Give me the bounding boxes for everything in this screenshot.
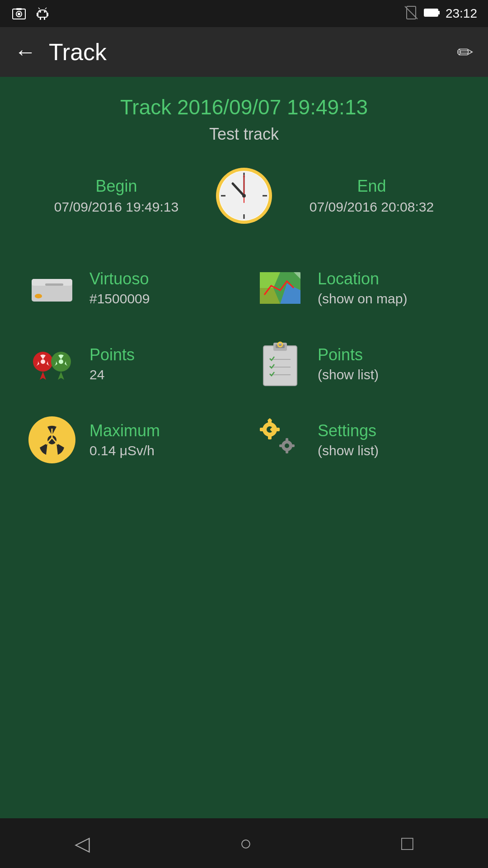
points-count-value: 24 <box>89 367 135 382</box>
svg-rect-10 <box>40 17 41 20</box>
location-text: Location (show on map) <box>318 269 407 307</box>
begin-label: Begin <box>18 177 215 196</box>
svg-rect-31 <box>45 283 63 286</box>
device-cell[interactable]: Virtuoso #1500009 <box>18 252 242 324</box>
bottom-nav: ◁ ○ □ <box>0 818 488 868</box>
svg-rect-64 <box>286 438 288 442</box>
radiation-pins-icon <box>27 339 77 389</box>
drive-icon <box>27 263 77 313</box>
maximum-text: Maximum 0.14 μSv/h <box>89 421 160 458</box>
svg-line-7 <box>45 8 47 9</box>
no-sim-icon <box>404 5 418 22</box>
photo-icon <box>11 5 27 22</box>
toolbar-title: Track <box>49 38 107 66</box>
end-label: End <box>273 177 470 196</box>
end-block: End 07/09/2016 20:08:32 <box>273 177 470 215</box>
location-cell[interactable]: Location (show on map) <box>246 252 470 324</box>
location-label: Location <box>318 269 407 288</box>
svg-rect-8 <box>37 13 38 16</box>
settings-value: (show list) <box>318 443 379 458</box>
settings-text: Settings (show list) <box>318 421 379 458</box>
points-list-text: Points (show list) <box>318 345 379 382</box>
android-icon <box>34 5 51 22</box>
svg-rect-57 <box>268 435 272 439</box>
svg-point-4 <box>39 11 41 13</box>
points-list-value: (show list) <box>318 367 379 382</box>
edit-icon[interactable]: ✏ <box>457 41 474 64</box>
points-list-label: Points <box>318 345 379 364</box>
svg-point-63 <box>285 443 289 448</box>
location-value: (show on map) <box>318 291 407 307</box>
end-value: 07/09/2016 20:08:32 <box>273 199 470 215</box>
device-label: Virtuoso <box>89 269 150 288</box>
settings-cell[interactable]: Settings (show list) <box>246 404 470 476</box>
toolbar: ← Track ✏ <box>0 27 488 77</box>
nav-home-button[interactable]: ○ <box>239 832 252 854</box>
back-button[interactable]: ← <box>14 41 36 63</box>
svg-point-27 <box>242 194 246 198</box>
svg-rect-16 <box>438 11 440 14</box>
clock-icon <box>215 166 273 225</box>
svg-rect-58 <box>260 428 264 431</box>
status-right: 23:12 <box>404 5 477 22</box>
points-count-cell[interactable]: Points 24 <box>18 328 242 400</box>
status-time: 23:12 <box>446 6 477 21</box>
track-title: Track 2016/09/07 19:49:13 <box>18 95 470 119</box>
svg-rect-3 <box>16 8 22 10</box>
svg-rect-41 <box>263 346 297 386</box>
map-icon <box>255 263 305 313</box>
radiation-badge-icon <box>27 415 77 465</box>
track-subtitle: Test track <box>18 125 470 144</box>
main-content: Track 2016/09/07 19:49:13 Test track Beg… <box>0 77 488 818</box>
maximum-label: Maximum <box>89 421 160 440</box>
nav-recent-button[interactable]: □ <box>401 832 413 854</box>
info-grid: Virtuoso #1500009 Locat <box>18 252 470 476</box>
svg-rect-67 <box>291 444 295 447</box>
track-header: Track 2016/09/07 19:49:13 Test track <box>18 95 470 144</box>
status-bar: 23:12 <box>0 0 488 27</box>
device-value: #1500009 <box>89 291 150 307</box>
svg-rect-66 <box>279 444 283 447</box>
svg-point-5 <box>44 11 46 13</box>
points-count-label: Points <box>89 345 135 364</box>
svg-point-30 <box>35 294 42 298</box>
svg-point-40 <box>59 359 63 364</box>
points-count-text: Points 24 <box>89 345 135 382</box>
battery-icon <box>424 8 440 19</box>
status-left <box>11 5 51 22</box>
maximum-value: 0.14 μSv/h <box>89 443 160 458</box>
svg-rect-59 <box>275 428 280 431</box>
begin-block: Begin 07/09/2016 19:49:13 <box>18 177 215 215</box>
svg-rect-15 <box>425 9 437 16</box>
points-list-cell[interactable]: Points (show list) <box>246 328 470 400</box>
svg-point-2 <box>18 13 20 15</box>
svg-line-6 <box>38 8 40 9</box>
clipboard-icon <box>255 339 305 389</box>
time-section: Begin 07/09/2016 19:49:13 <box>18 166 470 225</box>
begin-value: 07/09/2016 19:49:13 <box>18 199 215 215</box>
svg-rect-65 <box>286 450 288 453</box>
gears-icon <box>255 415 305 465</box>
device-text: Virtuoso #1500009 <box>89 269 150 307</box>
maximum-cell[interactable]: Maximum 0.14 μSv/h <box>18 404 242 476</box>
svg-point-38 <box>41 359 45 364</box>
toolbar-left: ← Track <box>14 38 107 66</box>
svg-rect-9 <box>47 13 48 16</box>
svg-rect-11 <box>44 17 45 20</box>
nav-back-button[interactable]: ◁ <box>75 832 90 855</box>
settings-label: Settings <box>318 421 379 440</box>
